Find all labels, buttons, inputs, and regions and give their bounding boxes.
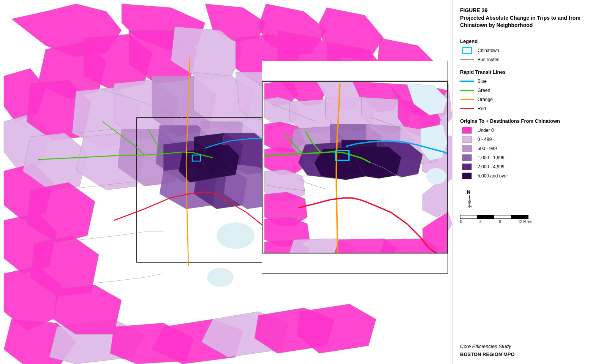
red-line-icon	[460, 108, 474, 109]
legend-item-bus: Bus routes	[460, 56, 582, 63]
legend-orange-label: Orange	[478, 97, 493, 102]
legend-1000-1999-label: 1,000 - 1,999	[478, 155, 505, 160]
5000plus-symbol	[460, 173, 474, 179]
red-line-symbol	[460, 105, 474, 112]
legend-item-chinatown: Chinatown	[460, 47, 582, 54]
green-line-icon	[460, 90, 474, 91]
legend-2000-4999-label: 2,000 - 4,999	[478, 164, 505, 169]
0-499-symbol	[460, 136, 474, 143]
blue-line-symbol	[460, 78, 474, 85]
north-scale-area: N 0 3 6 12 Miles	[460, 189, 582, 224]
legend-500-999-label: 500 - 999	[478, 146, 497, 151]
scale-bar-graphic	[460, 215, 528, 219]
scale-3: 3	[479, 220, 482, 224]
svg-text:N: N	[467, 190, 470, 195]
legend-chinatown-label: Chinatown	[478, 48, 499, 53]
legend-item-0-499: 0 - 499	[460, 136, 582, 143]
legend-green-label: Green	[478, 88, 490, 93]
1000-1999-icon	[462, 154, 472, 161]
2000-4999-symbol	[460, 163, 474, 170]
scale-labels: 0 3 6 12 Miles	[460, 220, 532, 224]
figure-title: FIGURE 39 Projected Absolute Change in T…	[460, 7, 582, 29]
1000-1999-symbol	[460, 154, 474, 161]
transit-header: Rapid Transit Lines	[460, 69, 582, 75]
legend-item-red: Red	[460, 105, 582, 112]
north-arrow-svg: N	[460, 189, 479, 212]
legend-item-1000-1999: 1,000 - 1,999	[460, 154, 582, 161]
scale-12: 12 Miles	[518, 220, 532, 224]
scale-seg-3	[494, 215, 511, 218]
svg-point-3	[217, 222, 255, 249]
scale-seg-4	[511, 215, 528, 218]
legend-under0-label: Under 0	[478, 128, 494, 133]
scale-bar: 0 3 6 12 Miles	[460, 215, 582, 224]
inset-map	[262, 61, 448, 274]
svg-point-4	[207, 268, 234, 287]
legend-item-blue: Blue	[460, 78, 582, 85]
legend-5000plus-label: 5,000 and over	[478, 173, 508, 179]
legend-blue-label: Blue	[478, 79, 487, 84]
north-arrow-container: N	[460, 189, 582, 212]
figure-number: FIGURE 39	[460, 7, 487, 13]
study-name: Core Efficiencies Study	[460, 343, 582, 349]
legend-header: Legend	[460, 38, 582, 44]
legend-bus-label: Bus routes	[478, 57, 499, 62]
figure-subtitle: Projected Absolute Change in Trips to an…	[460, 15, 581, 28]
sidebar: FIGURE 39 Projected Absolute Change in T…	[452, 0, 590, 364]
0-499-icon	[462, 136, 472, 143]
under0-icon	[462, 127, 472, 134]
svg-point-103	[426, 168, 446, 184]
bus-icon	[460, 59, 474, 60]
footer: Core Efficiencies Study BOSTON REGION MP…	[460, 340, 582, 357]
chinatown-symbol	[460, 47, 474, 54]
2000-4999-icon	[462, 163, 472, 170]
500-999-icon	[462, 145, 472, 152]
orange-line-symbol	[460, 96, 474, 103]
transit-legend-section: Rapid Transit Lines Blue Green Orange	[460, 69, 582, 114]
map-area	[0, 0, 452, 364]
bus-symbol	[460, 56, 474, 63]
legend-item-green: Green	[460, 87, 582, 94]
5000plus-icon	[462, 173, 472, 179]
chinatown-icon	[462, 47, 472, 54]
legend-item-500-999: 500 - 999	[460, 145, 582, 152]
scale-6: 6	[499, 220, 501, 224]
legend-red-label: Red	[478, 106, 486, 111]
choropleth-legend-section: Origins To + Destinations From Chinatown…	[460, 118, 582, 182]
scale-seg-2	[478, 215, 495, 218]
under0-symbol	[460, 127, 474, 134]
choropleth-header: Origins To + Destinations From Chinatown	[460, 118, 582, 124]
legend-0-499-label: 0 - 499	[478, 137, 492, 142]
legend-item-5000plus: 5,000 and over	[460, 173, 582, 179]
green-line-symbol	[460, 87, 474, 94]
scale-0: 0	[460, 220, 462, 224]
blue-line-icon	[460, 81, 474, 82]
scale-seg-1	[460, 215, 478, 218]
legend-item-orange: Orange	[460, 96, 582, 103]
org-name: BOSTON REGION MPO	[460, 351, 582, 357]
legend-item-2000-4999: 2,000 - 4,999	[460, 163, 582, 170]
legend-section: Legend Chinatown Bus routes	[460, 38, 582, 65]
500-999-symbol	[460, 145, 474, 152]
legend-item-under0: Under 0	[460, 127, 582, 134]
orange-line-icon	[460, 99, 474, 100]
